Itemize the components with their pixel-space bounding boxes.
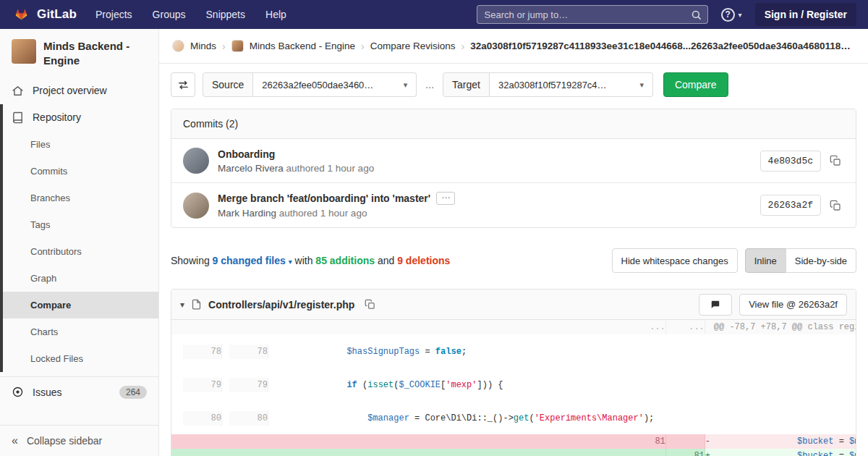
additions-count: 85 additions <box>315 255 375 266</box>
collapse-icon: « <box>12 435 18 447</box>
swap-revisions-button[interactable] <box>171 72 195 97</box>
collapse-sidebar-button[interactable]: « Collapse sidebar <box>0 425 158 456</box>
breadcrumb-group-link[interactable]: Minds <box>190 41 216 51</box>
sidebar-project-name: Minds Backend - Engine <box>43 39 147 69</box>
diff-line: 81- $bucket = $manager->getBucketForExpe… <box>171 434 856 449</box>
line-number[interactable]: 78 <box>229 345 268 359</box>
expand-commit-message-button[interactable]: ⋯ <box>436 192 455 205</box>
diff-file-panel: ▾ Controllers/api/v1/register.php <box>171 289 856 456</box>
code-cell: $hasSignupTags = false; <box>276 345 467 359</box>
breadcrumb-project-link[interactable]: Minds Backend - Engine <box>250 41 355 51</box>
side-by-side-view-button[interactable]: Side-by-side <box>786 248 856 273</box>
line-number[interactable] <box>665 434 705 449</box>
avatar <box>183 148 209 174</box>
toggle-comments-button[interactable] <box>699 294 732 316</box>
line-number[interactable]: 78 <box>183 345 222 359</box>
home-icon <box>12 85 24 97</box>
line-number[interactable] <box>171 449 665 456</box>
chevron-down-icon: ▾ <box>404 80 408 90</box>
swap-arrows-icon <box>177 79 190 91</box>
line-number[interactable]: 81 <box>171 434 665 449</box>
collapse-diff-caret-icon[interactable]: ▾ <box>180 300 184 310</box>
sidebar-item-commits[interactable]: Commits <box>0 158 158 185</box>
copy-icon <box>365 299 375 310</box>
brand-name: GitLab <box>37 7 77 22</box>
line-number[interactable]: 80 <box>183 411 222 426</box>
sign-in-button[interactable]: Sign in / Register <box>755 3 856 26</box>
commit-title-link[interactable]: Onboarding <box>218 148 752 160</box>
sidebar-item-tags[interactable]: Tags <box>0 211 158 238</box>
comment-icon <box>710 300 720 310</box>
nav-help[interactable]: Help <box>265 9 286 20</box>
sidebar-item-files[interactable]: Files <box>0 131 158 158</box>
main-content: Minds › Minds Backend - Engine › Compare… <box>159 29 868 456</box>
changed-files-dropdown[interactable]: 9 changed files ▾ <box>213 255 292 266</box>
sidebar-item-label: Repository <box>33 111 81 123</box>
sidebar-item-charts[interactable]: Charts <box>0 318 158 345</box>
line-number[interactable]: 81 <box>665 449 705 456</box>
diff-table: ......@@ -78,7 +78,7 @@ class register i… <box>171 320 856 456</box>
summary-and: and <box>378 255 394 266</box>
compare-button[interactable]: Compare <box>663 72 728 97</box>
nav-snippets[interactable]: Snippets <box>206 9 245 20</box>
sidebar-item-graph[interactable]: Graph <box>0 265 158 292</box>
sidebar-item-project-overview[interactable]: Project overview <box>0 77 158 104</box>
commit-row: Onboarding Marcelo Rivera authored 1 hou… <box>171 139 856 182</box>
source-dropdown[interactable]: 26263a2fee050dae3460… ▾ <box>253 72 417 97</box>
target-dropdown[interactable]: 32a0308f10f5719287c4… ▾ <box>490 72 653 97</box>
help-menu[interactable]: ? ▾ <box>721 8 742 22</box>
search-input[interactable] <box>477 6 707 23</box>
code-cell: + $bucket = $manager->getBucketForExperi… <box>705 449 856 456</box>
tanuki-icon <box>12 5 31 24</box>
compare-form: Source 26263a2fee050dae3460… ▾ ... Targe… <box>171 72 856 97</box>
sidebar: Minds Backend - Engine Project overview … <box>0 29 159 456</box>
sidebar-item-compare[interactable]: Compare <box>0 292 158 318</box>
search-icon <box>691 9 702 20</box>
nav-projects[interactable]: Projects <box>95 9 132 20</box>
line-number: ... <box>665 320 705 334</box>
copy-sha-button[interactable] <box>827 152 844 169</box>
breadcrumb-current: 32a0308f10f5719287c4118933ee31c18e044668… <box>470 41 855 51</box>
diff-file-actions: View file @ 26263a2f <box>699 294 847 316</box>
code-cell: - $bucket = $manager->getBucketForExperi… <box>705 434 856 449</box>
line-number[interactable]: 80 <box>229 411 268 426</box>
commit-info: Merge branch 'feat/onboarding' into 'mas… <box>218 192 752 219</box>
line-number[interactable]: 79 <box>183 378 222 392</box>
project-avatar-small <box>231 40 244 52</box>
chevron-right-icon: › <box>361 41 365 52</box>
top-navbar: GitLab Projects Groups Snippets Help ? ▾… <box>0 0 868 29</box>
view-file-button[interactable]: View file @ 26263a2f <box>739 294 847 316</box>
diff-line: 8080 $manager = Core\Di\Di::_()->get('Ex… <box>171 401 665 434</box>
commit-sha-link[interactable]: 4e803d5c <box>760 151 821 172</box>
gitlab-logo[interactable]: GitLab <box>12 5 77 24</box>
sidebar-item-issues[interactable]: Issues 264 <box>0 376 158 408</box>
target-value: 32a0308f10f5719287c4… <box>498 80 607 90</box>
source-value: 26263a2fee050dae3460… <box>262 80 373 90</box>
repository-icon <box>12 111 24 124</box>
summary-showing: Showing <box>171 255 210 266</box>
chevron-down-icon: ▾ <box>289 258 292 266</box>
project-avatar <box>12 39 36 64</box>
copy-file-path-button[interactable] <box>361 296 378 313</box>
copy-sha-button[interactable] <box>827 197 844 214</box>
hide-whitespace-button[interactable]: Hide whitespace changes <box>612 248 738 273</box>
inline-view-button[interactable]: Inline <box>745 248 786 273</box>
breadcrumb-page-link[interactable]: Compare Revisions <box>370 41 456 51</box>
sidebar-item-locked-files[interactable]: Locked Files <box>0 345 158 372</box>
deletions-count: 9 deletions <box>397 255 450 266</box>
chevron-down-icon: ▾ <box>639 80 644 90</box>
project-context-link[interactable]: Minds Backend - Engine <box>0 29 158 77</box>
commit-title-link[interactable]: Merge branch 'feat/onboarding' into 'mas… <box>218 193 430 204</box>
code-cell: @@ -78,7 +78,7 @@ class register impleme… <box>705 320 856 334</box>
nav-groups[interactable]: Groups <box>153 9 186 20</box>
line-number[interactable]: 79 <box>229 378 268 392</box>
diff-file-path[interactable]: Controllers/api/v1/register.php <box>208 299 354 311</box>
chevron-right-icon: › <box>222 41 226 52</box>
commit-sha-link[interactable]: 26263a2f <box>760 195 821 216</box>
sidebar-item-contributors[interactable]: Contributors <box>0 238 158 265</box>
copy-icon <box>830 200 841 211</box>
commit-actions: 26263a2f <box>760 195 844 216</box>
sidebar-item-repository[interactable]: Repository <box>0 104 158 131</box>
global-search[interactable] <box>477 5 708 24</box>
sidebar-item-branches[interactable]: Branches <box>0 185 158 211</box>
